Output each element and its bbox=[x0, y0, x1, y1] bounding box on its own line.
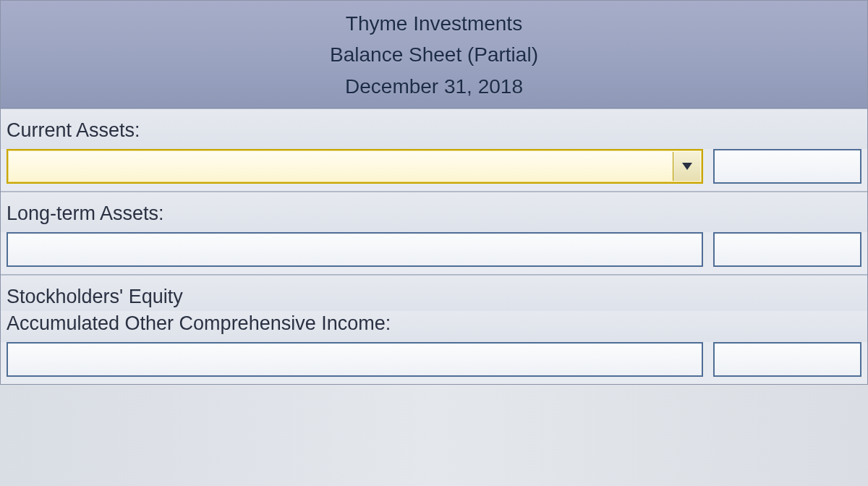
report-title: Balance Sheet (Partial) bbox=[1, 39, 867, 70]
svg-marker-0 bbox=[682, 163, 692, 170]
long-term-assets-amount-input[interactable] bbox=[713, 232, 861, 267]
dropdown-caret-button[interactable] bbox=[673, 152, 700, 181]
long-term-assets-row bbox=[1, 232, 867, 274]
stockholders-equity-label: Stockholders' Equity bbox=[1, 276, 867, 311]
aoci-row bbox=[1, 342, 867, 384]
aoci-label: Accumulated Other Comprehensive Income: bbox=[1, 311, 867, 342]
company-name: Thyme Investments bbox=[1, 8, 867, 39]
aoci-amount-input[interactable] bbox=[713, 342, 861, 377]
current-assets-dropdown[interactable] bbox=[7, 149, 703, 184]
current-assets-label: Current Assets: bbox=[1, 109, 867, 149]
report-header: Thyme Investments Balance Sheet (Partial… bbox=[1, 1, 867, 108]
section-long-term-assets: Long-term Assets: bbox=[1, 192, 867, 274]
section-current-assets: Current Assets: bbox=[1, 108, 867, 191]
report-date: December 31, 2018 bbox=[1, 71, 867, 102]
long-term-assets-dropdown[interactable] bbox=[7, 232, 703, 267]
current-assets-amount-input[interactable] bbox=[713, 149, 861, 184]
long-term-assets-label: Long-term Assets: bbox=[1, 192, 867, 232]
balance-sheet-table: Thyme Investments Balance Sheet (Partial… bbox=[0, 0, 868, 385]
chevron-down-icon bbox=[681, 157, 693, 176]
current-assets-row bbox=[1, 149, 867, 191]
section-stockholders-equity: Stockholders' Equity Accumulated Other C… bbox=[1, 275, 867, 384]
aoci-dropdown[interactable] bbox=[7, 342, 703, 377]
